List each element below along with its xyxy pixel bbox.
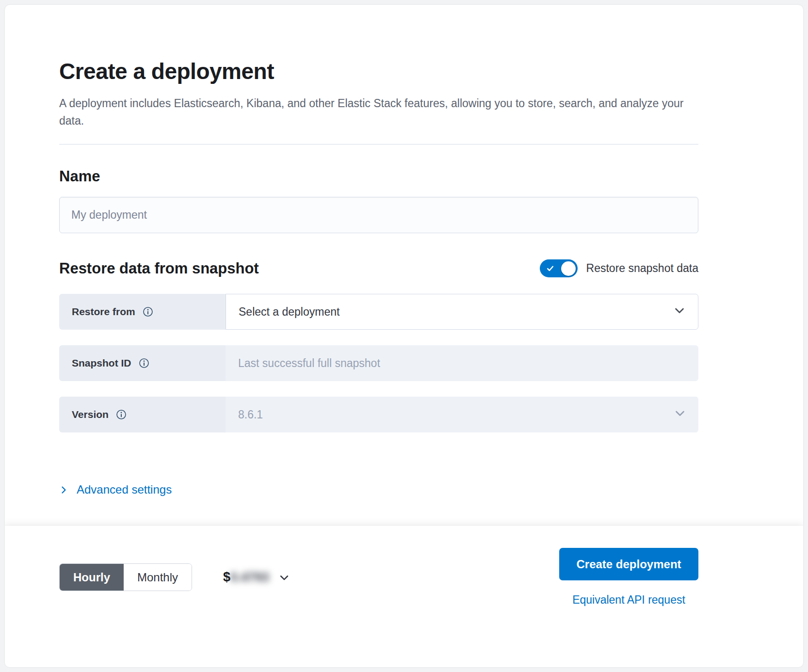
restore-from-label: Restore from: [72, 306, 135, 318]
footer-bar: Hourly Monthly $ 0.4793 Create deploymen…: [5, 526, 803, 667]
snapshot-id-label: Snapshot ID: [72, 357, 131, 369]
restore-from-select-value: Select a deployment: [239, 305, 339, 319]
footer-actions: Create deployment Equivalent API request: [559, 548, 698, 607]
hourly-button[interactable]: Hourly: [60, 564, 124, 591]
advanced-settings-link[interactable]: Advanced settings: [59, 483, 172, 496]
form-row-version: Version 8.6.1: [59, 397, 698, 432]
page-title: Create a deployment: [59, 58, 698, 84]
page-subtitle: A deployment includes Elasticsearch, Kib…: [59, 95, 685, 129]
restore-snapshot-toggle-wrap: Restore snapshot data: [540, 259, 698, 277]
main-content: Create a deployment A deployment include…: [5, 5, 803, 526]
monthly-button[interactable]: Monthly: [124, 564, 192, 591]
snapshot-section-header: Restore data from snapshot Restore snaps…: [59, 259, 698, 277]
form-row-restore-from: Restore from Select a deployment: [59, 294, 698, 330]
version-select: 8.6.1: [226, 397, 698, 432]
chevron-right-icon: [59, 485, 68, 495]
snapshot-id-label-cell: Snapshot ID: [59, 345, 226, 381]
toggle-label: Restore snapshot data: [586, 262, 698, 275]
info-icon[interactable]: [143, 306, 153, 317]
snapshot-form-rows: Restore from Select a deployment Snapsho…: [59, 294, 698, 432]
snapshot-id-placeholder: Last successful full snapshot: [238, 357, 380, 370]
advanced-settings-label: Advanced settings: [77, 483, 172, 496]
form-row-snapshot-id: Snapshot ID Last successful full snapsho…: [59, 345, 698, 381]
chevron-down-icon: [674, 407, 686, 422]
check-icon: [546, 264, 554, 274]
snapshot-section-heading: Restore data from snapshot: [59, 260, 259, 277]
restore-snapshot-toggle[interactable]: [540, 259, 578, 277]
deployment-name-input[interactable]: [59, 197, 698, 233]
toggle-knob: [561, 261, 576, 276]
billing-interval-group: Hourly Monthly: [59, 563, 192, 591]
currency-symbol: $: [223, 570, 230, 585]
info-icon[interactable]: [116, 409, 127, 420]
version-select-value: 8.6.1: [238, 408, 263, 421]
snapshot-id-input: Last successful full snapshot: [226, 345, 698, 381]
version-label: Version: [72, 409, 109, 420]
price-display: $ 0.4793: [223, 570, 290, 585]
restore-from-label-cell: Restore from: [59, 294, 226, 330]
footer-row: Hourly Monthly $ 0.4793 Create deploymen…: [59, 548, 698, 607]
create-deployment-card: Create a deployment A deployment include…: [5, 5, 803, 667]
price-value-blurred: 0.4793: [230, 570, 269, 585]
chevron-down-icon: [674, 304, 685, 319]
chevron-down-icon[interactable]: [279, 572, 290, 583]
equivalent-api-request-link[interactable]: Equivalent API request: [572, 593, 685, 607]
create-deployment-button[interactable]: Create deployment: [559, 548, 698, 580]
name-section-heading: Name: [59, 168, 698, 185]
version-label-cell: Version: [59, 397, 226, 432]
divider: [59, 144, 698, 144]
restore-from-select[interactable]: Select a deployment: [226, 294, 698, 330]
info-icon[interactable]: [139, 358, 149, 368]
